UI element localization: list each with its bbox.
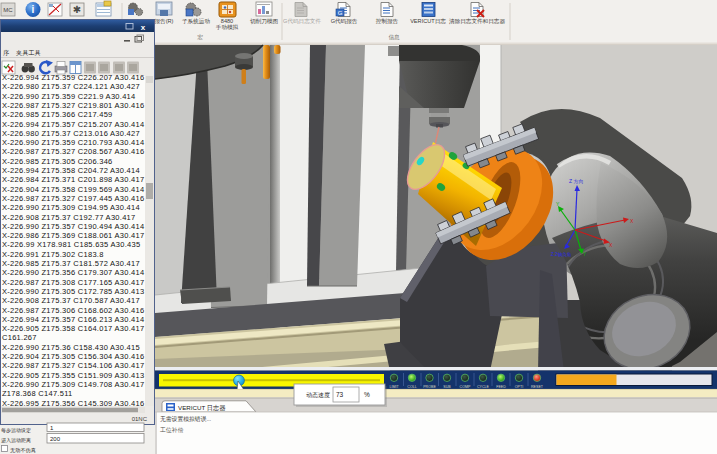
svg-text:8480: 8480 [221,18,233,24]
svg-text:报告(R): 报告(R) [155,18,174,24]
svg-text:✱: ✱ [73,4,81,15]
svg-text:清除日志文件和日志器: 清除日志文件和日志器 [449,18,505,25]
svg-text:i: i [32,4,35,15]
svg-text:X-226.990 Z175.359 C210.793 A3: X-226.990 Z175.359 C210.793 A30.414 [2,138,144,147]
svg-text:工位补偿: 工位补偿 [160,426,183,433]
svg-text:MC: MC [3,7,13,13]
svg-text:动态速度: 动态速度 [306,391,330,399]
svg-text:X-226.987 Z175.327 C208.567 A3: X-226.987 Z175.327 C208.567 A30.416 [2,147,144,156]
svg-text:无动不仿真: 无动不仿真 [10,447,36,454]
svg-text:夹具工具: 夹具工具 [16,49,41,56]
svg-text:宏: 宏 [197,34,203,40]
svg-text:COLL: COLL [407,385,416,389]
svg-text:Z178.368 C147.511: Z178.368 C147.511 [2,389,73,398]
svg-text:RESET: RESET [531,385,544,389]
svg-text:X-226.905 Z175.358 C164.017 A3: X-226.905 Z175.358 C164.017 A30.417 [2,324,144,333]
svg-text:X-226.990 Z175.36 C158.430 A30: X-226.990 Z175.36 C158.430 A30.415 [2,343,140,352]
svg-text:X-226.990 Z175.309 C194.95 A30: X-226.990 Z175.309 C194.95 A30.414 [2,203,140,212]
svg-text:Z 方向: Z 方向 [569,178,583,185]
svg-text:X-226.994 Z175.359 C226.207 A3: X-226.994 Z175.359 C226.207 A30.416 [2,73,144,82]
svg-text:每步运动设定: 每步运动设定 [1,427,31,434]
svg-text:X-226.985 Z175.366 C217.459: X-226.985 Z175.366 C217.459 [2,110,113,119]
svg-text:X-226.904 Z175.305 C156.304 A3: X-226.904 Z175.305 C156.304 A30.416 [2,352,144,361]
svg-text:X-226.985 Z175.305 C206.346: X-226.985 Z175.305 C206.346 [2,157,113,166]
svg-text:无需设置模拟错误...: 无需设置模拟错误... [160,415,212,423]
svg-text:X-226.987 Z175.327 C197.445 A3: X-226.987 Z175.327 C197.445 A30.416 [2,194,144,203]
svg-text:X-226.984 Z175.371 C201.898 A3: X-226.984 Z175.371 C201.898 A30.417 [2,175,144,184]
svg-text:序: 序 [3,49,9,56]
svg-text:X-226.904 Z175.358 C199.569 A3: X-226.904 Z175.358 C199.569 A30.414 [2,185,144,194]
svg-text:手动模拟: 手动模拟 [216,24,239,30]
svg-text:X-226.994 Z175.358 C204.72 A30: X-226.994 Z175.358 C204.72 A30.414 [2,166,140,175]
svg-text:X-226.908 Z175.37 C170.587 A30: X-226.908 Z175.37 C170.587 A30.417 [2,296,140,305]
svg-text:X-226.987 Z175.327 C154.106 A3: X-226.987 Z175.327 C154.106 A30.417 [2,361,144,370]
svg-text:X-226.994 Z175.357 C166.213 A3: X-226.994 Z175.357 C166.213 A30.414 [2,315,144,324]
svg-text:X-226.987 Z175.327 C219.801 A3: X-226.987 Z175.327 C219.801 A30.416 [2,101,144,110]
svg-text:信息: 信息 [388,34,400,41]
svg-text:进入运动距离: 进入运动距离 [1,437,31,444]
svg-text:SUB: SUB [443,385,451,389]
svg-text:X-226.990 Z175.309 C149.708 A3: X-226.990 Z175.309 C149.708 A30.417 [2,380,144,389]
svg-text:X-226.990 Z175.359 C221.9 A30.: X-226.990 Z175.359 C221.9 A30.414 [2,92,136,101]
svg-text:200: 200 [50,436,61,442]
svg-text:G代码日志文件: G代码日志文件 [283,18,321,24]
svg-text:G: G [338,10,343,16]
svg-text:X-226.991 Z175.302 C183.8: X-226.991 Z175.302 C183.8 [2,250,104,259]
svg-text:COMP: COMP [460,385,471,389]
svg-text:01NC: 01NC [132,416,148,422]
svg-text:x: x [141,23,146,32]
svg-text:CYCLE: CYCLE [477,385,490,389]
svg-text:LIMIT: LIMIT [389,385,399,389]
svg-text:X-226.985 Z175.37 C181.572 A30: X-226.985 Z175.37 C181.572 A30.417 [2,259,140,268]
svg-text:X-226.980 Z175.37 C213.016 A30: X-226.980 Z175.37 C213.016 A30.427 [2,129,140,138]
svg-text:C161.267: C161.267 [2,333,37,342]
svg-text:X-226.905 Z175.355 C151.909 A3: X-226.905 Z175.355 C151.909 A30.413 [2,371,144,380]
svg-text:X-226.990 Z175.305 C172.785 A3: X-226.990 Z175.305 C172.785 A30.413 [2,287,144,296]
svg-text:VERICUT 日志器: VERICUT 日志器 [178,404,226,412]
svg-text:X-226.99 X178.981 C185.635 A30: X-226.99 X178.981 C185.635 A30.435 [2,240,140,249]
svg-text:切削刀模图: 切削刀模图 [250,18,278,25]
svg-text:OPTI: OPTI [515,385,523,389]
svg-text:子系统运动: 子系统运动 [182,18,210,25]
svg-text:X-226.995 Z175.356 C145.309 A3: X-226.995 Z175.356 C145.309 A30.416 [2,399,144,408]
svg-text:PROBE: PROBE [423,385,436,389]
svg-text:FEED: FEED [496,385,506,389]
svg-text:X-226.990 Z175.356 C179.307 A3: X-226.990 Z175.356 C179.307 A30.414 [2,268,144,277]
svg-text:%: % [364,391,370,398]
svg-text:X-226.980 Z175.37 C224.121 A30: X-226.980 Z175.37 C224.121 A30.427 [2,82,140,91]
svg-text:控制报告: 控制报告 [376,18,399,25]
svg-text:X-226.987 Z175.308 C177.165 A3: X-226.987 Z175.308 C177.165 A30.417 [2,278,144,287]
svg-text:VERICUT日志: VERICUT日志 [410,18,446,24]
svg-text:73: 73 [336,391,344,398]
svg-text:X-226.990 Z175.357 C190.494 A3: X-226.990 Z175.357 C190.494 A30.414 [2,222,144,231]
svg-text:X-226.908 Z175.37 C192.77 A30.: X-226.908 Z175.37 C192.77 A30.417 [2,213,136,222]
svg-text:X-226.994 Z175.357 C215.207 A3: X-226.994 Z175.357 C215.207 A30.414 [2,120,144,129]
svg-text:G代码报告: G代码报告 [331,18,358,24]
svg-text:X-226.986 Z175.369 C188.061 A3: X-226.986 Z175.369 C188.061 A30.417 [2,231,144,240]
svg-text:X-226.987 Z175.306 C168.602 A3: X-226.987 Z175.306 C168.602 A30.416 [2,306,144,315]
